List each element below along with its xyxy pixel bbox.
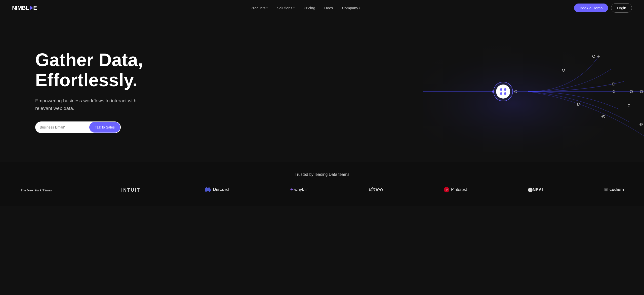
svg-point-3: [496, 85, 510, 99]
nav-company[interactable]: Company ▾: [342, 6, 360, 10]
logo-discord: Discord: [205, 187, 229, 193]
nav-actions: Book a Demo Login: [574, 3, 632, 13]
svg-point-6: [500, 92, 502, 95]
nav-products[interactable]: Products ▾: [251, 6, 268, 10]
hero-section: Gather Data, Effortlessly. Empowering bu…: [0, 16, 644, 162]
logo-intuit: INTUIT: [121, 186, 144, 193]
brand-logo[interactable]: NIMBL E: [12, 5, 37, 11]
logo-vimeo: vimeo: [369, 186, 383, 193]
svg-text:P: P: [446, 188, 448, 192]
hero-subtitle: Empowering business workflows to interac…: [35, 97, 141, 112]
hero-form: Talk to Sales: [35, 121, 121, 133]
nav-links: Products ▾ Solutions ▾ Pricing Docs Comp…: [251, 6, 360, 10]
trust-label: Trusted by leading Data teams: [20, 172, 624, 177]
svg-text:INTUIT: INTUIT: [121, 188, 140, 193]
logo-wayfair: ✦ wayfair: [290, 187, 308, 192]
nav-docs[interactable]: Docs: [324, 6, 333, 10]
logo-pinterest: P Pinterest: [444, 187, 467, 192]
solutions-chevron-icon: ▾: [293, 7, 295, 9]
svg-point-5: [504, 88, 506, 91]
brand-name-end: E: [33, 5, 37, 11]
brand-name: NIMBL: [12, 5, 29, 11]
login-button[interactable]: Login: [611, 3, 632, 13]
svg-rect-36: [605, 189, 607, 191]
book-demo-button[interactable]: Book a Demo: [574, 4, 608, 12]
navbar: NIMBL E Products ▾ Solutions ▾ Pricing D…: [0, 0, 644, 16]
trust-logos: The New York Times INTUIT Discord ✦ wayf…: [20, 186, 624, 193]
nav-solutions[interactable]: Solutions ▾: [277, 6, 295, 10]
logo-codium: codium: [604, 187, 624, 192]
hero-title: Gather Data, Effortlessly.: [35, 50, 143, 90]
svg-point-4: [500, 88, 502, 91]
svg-text:The New York Times: The New York Times: [20, 188, 52, 192]
logo-oneai: ⬤NEAI: [528, 187, 543, 192]
company-chevron-icon: ▾: [359, 7, 360, 9]
talk-to-sales-button[interactable]: Talk to Sales: [89, 122, 120, 133]
svg-point-7: [504, 92, 506, 95]
trust-bar: Trusted by leading Data teams The New Yo…: [0, 162, 644, 206]
hero-content: Gather Data, Effortlessly. Empowering bu…: [35, 50, 143, 133]
products-chevron-icon: ▾: [266, 7, 268, 9]
network-diagram: [423, 31, 644, 152]
nav-pricing[interactable]: Pricing: [304, 6, 315, 10]
email-input[interactable]: [35, 122, 89, 133]
logo-nyt: The New York Times: [20, 186, 60, 193]
